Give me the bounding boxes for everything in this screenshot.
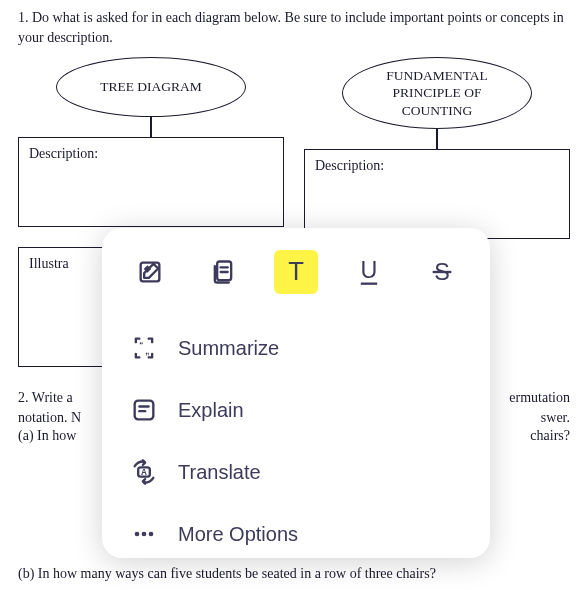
translate-icon: A <box>128 456 160 488</box>
underline-icon: U <box>355 256 383 288</box>
svg-text:A: A <box>141 468 147 477</box>
edit-icon <box>136 258 164 286</box>
translate-label: Translate <box>178 461 261 484</box>
svg-point-17 <box>142 532 147 537</box>
highlight-button[interactable]: T <box>274 250 318 294</box>
tree-diagram-title: TREE DIAGRAM <box>56 57 246 117</box>
underline-button[interactable]: U <box>347 250 391 294</box>
svg-text:U: U <box>361 257 378 283</box>
copy-icon <box>209 258 237 286</box>
popup-menu-list: “ „ Summarize Explain <box>122 312 470 562</box>
description-label: Description: <box>315 158 384 173</box>
strikethrough-button[interactable]: S <box>420 250 464 294</box>
svg-rect-1 <box>217 262 231 281</box>
popup-toolbar: T U S <box>122 246 470 312</box>
svg-text:T: T <box>288 257 304 285</box>
question-1-text: 1. Do what is asked for in each diagram … <box>0 0 588 47</box>
summarize-label: Summarize <box>178 337 279 360</box>
tree-description-box[interactable]: Description: <box>18 137 284 227</box>
copy-button[interactable] <box>201 250 245 294</box>
strikethrough-icon: S <box>428 256 456 288</box>
question-2b-text: (b) In how many ways can five students b… <box>0 564 588 582</box>
svg-point-18 <box>149 532 154 537</box>
explain-label: Explain <box>178 399 244 422</box>
connector-line <box>436 129 438 149</box>
description-label: Description: <box>29 146 98 161</box>
summarize-icon: “ „ <box>128 332 160 364</box>
more-options-label: More Options <box>178 523 298 546</box>
translate-item[interactable]: A Translate <box>122 444 470 500</box>
illustration-label: Illustra <box>29 256 69 271</box>
explain-icon <box>128 394 160 426</box>
context-menu-popup: T U S “ „ <box>102 228 490 558</box>
explain-item[interactable]: Explain <box>122 382 470 438</box>
more-icon <box>128 518 160 550</box>
highlight-icon: T <box>282 256 310 288</box>
connector-line <box>150 117 152 137</box>
svg-point-16 <box>135 532 140 537</box>
summarize-item[interactable]: “ „ Summarize <box>122 320 470 376</box>
fundamental-principle-title: FUNDAMENTAL PRINCIPLE OF COUNTING <box>342 57 532 129</box>
svg-text:“: “ <box>139 341 143 350</box>
fundamental-description-box[interactable]: Description: <box>304 149 570 239</box>
edit-button[interactable] <box>128 250 172 294</box>
svg-text:„: „ <box>145 347 149 356</box>
more-options-item[interactable]: More Options <box>122 506 470 562</box>
